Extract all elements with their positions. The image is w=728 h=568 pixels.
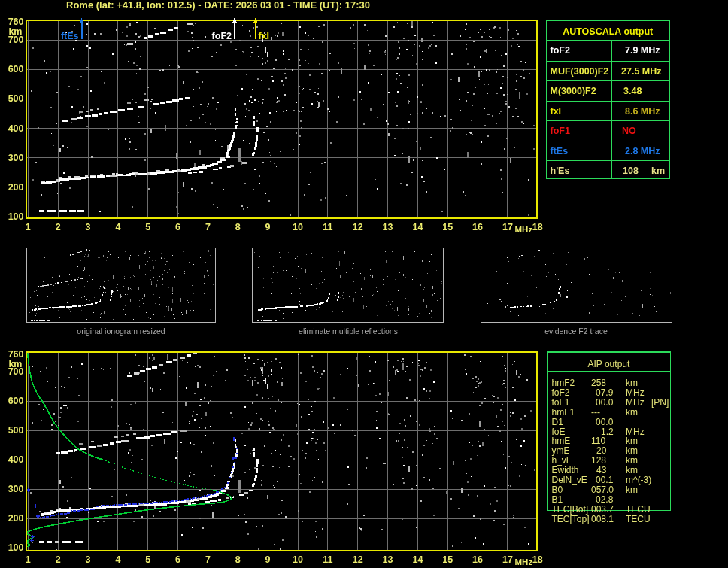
- svg-text:foF2: foF2: [212, 31, 232, 41]
- svg-text:02.8: 02.8: [596, 494, 614, 505]
- svg-text:12: 12: [353, 554, 363, 565]
- svg-text:MHz: MHz: [515, 225, 533, 234]
- svg-text:2.8 MHz: 2.8 MHz: [625, 146, 660, 156]
- svg-text:5: 5: [145, 554, 150, 565]
- svg-text:27.5 MHz: 27.5 MHz: [621, 66, 662, 77]
- svg-text:760: 760: [8, 349, 24, 360]
- svg-text:km: km: [626, 465, 638, 475]
- svg-text:6: 6: [175, 222, 180, 232]
- svg-text:Rome (lat: +41.8, lon: 012.5): Rome (lat: +41.8, lon: 012.5) - DATE: 20…: [66, 0, 370, 11]
- svg-text:17: 17: [502, 554, 513, 565]
- svg-text:DelN_vE: DelN_vE: [552, 475, 587, 485]
- svg-text:7.9 MHz: 7.9 MHz: [625, 45, 660, 56]
- svg-text:300: 300: [8, 484, 24, 494]
- svg-text:15: 15: [442, 554, 453, 565]
- svg-text:400: 400: [8, 454, 24, 465]
- svg-text:6: 6: [175, 554, 180, 565]
- svg-text:evidence F2 trace: evidence F2 trace: [544, 327, 608, 336]
- svg-text:13: 13: [383, 554, 393, 565]
- svg-text:14: 14: [412, 222, 423, 232]
- svg-text:foF2: foF2: [552, 387, 570, 398]
- svg-text:700: 700: [8, 366, 24, 377]
- svg-text:8.6 MHz: 8.6 MHz: [625, 106, 660, 117]
- svg-text:18: 18: [532, 554, 543, 565]
- svg-text:300: 300: [8, 153, 24, 163]
- svg-text:km: km: [626, 455, 638, 466]
- svg-text:MHz: MHz: [515, 557, 533, 566]
- svg-text:4: 4: [115, 554, 120, 565]
- svg-text:00.0: 00.0: [596, 417, 614, 427]
- svg-text:100: 100: [8, 542, 24, 553]
- svg-text:500: 500: [8, 93, 24, 104]
- svg-text:700: 700: [8, 35, 24, 45]
- svg-text:128: 128: [591, 455, 606, 466]
- svg-text:M(3000)F2: M(3000)F2: [551, 86, 596, 96]
- svg-text:ftEs: ftEs: [551, 146, 569, 156]
- svg-text:h'Es: h'Es: [551, 166, 570, 176]
- svg-text:---: ---: [591, 407, 600, 418]
- svg-text:1: 1: [26, 554, 31, 565]
- svg-text:fxI: fxI: [259, 31, 270, 41]
- svg-text:07.9: 07.9: [596, 387, 614, 398]
- svg-text:2: 2: [56, 554, 61, 565]
- svg-text:1.2: 1.2: [601, 427, 614, 437]
- svg-text:600: 600: [8, 64, 24, 74]
- svg-text:m^(-3): m^(-3): [626, 475, 651, 485]
- svg-text:ymE: ymE: [552, 445, 570, 456]
- svg-text:eliminate multiple reflections: eliminate multiple reflections: [299, 327, 398, 336]
- svg-text:4: 4: [115, 222, 120, 232]
- svg-text:12: 12: [353, 222, 363, 232]
- svg-text:hmF2: hmF2: [552, 378, 575, 388]
- svg-text:057.0: 057.0: [591, 484, 614, 495]
- svg-text:TECU: TECU: [626, 504, 651, 515]
- svg-text:hmF1: hmF1: [552, 407, 575, 418]
- svg-text:km: km: [626, 445, 638, 456]
- svg-text:7: 7: [205, 554, 211, 565]
- svg-text:h_vE: h_vE: [552, 455, 572, 466]
- svg-text:3: 3: [86, 222, 91, 232]
- svg-text:16: 16: [472, 554, 483, 565]
- svg-text:20: 20: [596, 445, 607, 456]
- svg-text:00.0: 00.0: [596, 397, 614, 408]
- svg-text:TECU: TECU: [626, 514, 651, 524]
- svg-text:2: 2: [56, 222, 61, 232]
- svg-text:TEC[Bot]: TEC[Bot]: [552, 504, 589, 515]
- svg-text:16: 16: [472, 222, 483, 232]
- svg-text:5: 5: [145, 222, 150, 232]
- svg-text:AUTOSCALA output: AUTOSCALA output: [563, 26, 654, 37]
- svg-text:fxI: fxI: [551, 106, 562, 117]
- svg-text:TEC[Top]: TEC[Top]: [552, 514, 590, 524]
- svg-text:200: 200: [8, 513, 24, 524]
- svg-text:500: 500: [8, 425, 24, 436]
- svg-text:3: 3: [86, 554, 91, 565]
- svg-text:13: 13: [383, 222, 393, 232]
- svg-text:[PN]: [PN]: [651, 397, 669, 408]
- svg-text:hmE: hmE: [552, 436, 571, 446]
- svg-text:B0: B0: [552, 484, 563, 495]
- svg-text:9: 9: [265, 554, 271, 565]
- svg-text:18: 18: [532, 222, 543, 232]
- svg-text:9: 9: [265, 222, 271, 232]
- svg-text:7: 7: [205, 222, 211, 232]
- svg-text:003.7: 003.7: [591, 504, 614, 515]
- svg-text:MHz: MHz: [626, 427, 645, 437]
- svg-text:10: 10: [293, 222, 303, 232]
- svg-text:D1: D1: [552, 417, 564, 427]
- svg-text:foF1: foF1: [552, 397, 570, 408]
- svg-text:11: 11: [323, 554, 332, 565]
- svg-text:AIP output: AIP output: [587, 359, 629, 369]
- svg-text:3.48: 3.48: [623, 86, 642, 96]
- svg-text:km: km: [651, 166, 665, 176]
- svg-text:foF1: foF1: [551, 126, 570, 136]
- svg-text:100: 100: [8, 211, 24, 222]
- svg-text:8: 8: [235, 222, 241, 232]
- svg-text:15: 15: [442, 222, 453, 232]
- svg-text:original ionogram resized: original ionogram resized: [77, 327, 165, 336]
- svg-text:km: km: [626, 407, 638, 418]
- svg-text:B1: B1: [552, 494, 563, 505]
- svg-text:foE: foE: [552, 427, 566, 437]
- svg-text:km: km: [626, 484, 638, 495]
- svg-text:200: 200: [8, 182, 24, 193]
- svg-text:108: 108: [623, 166, 639, 176]
- svg-text:MHz: MHz: [626, 397, 645, 408]
